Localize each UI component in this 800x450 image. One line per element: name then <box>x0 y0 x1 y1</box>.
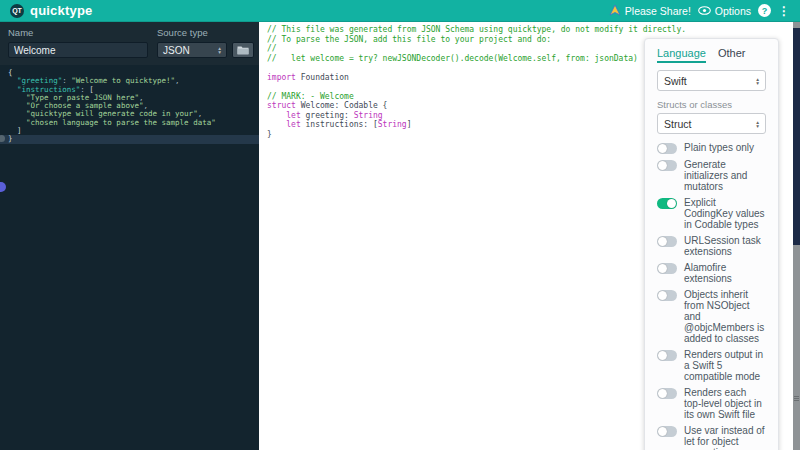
open-file-button[interactable] <box>232 42 254 58</box>
editor-marker-dot <box>0 182 6 192</box>
share-button[interactable]: Please Share! <box>609 5 691 17</box>
toggle-label: Use var instead of let for object proper… <box>684 425 766 450</box>
toggle-option[interactable]: Objects inherit from NSObject and @objcM… <box>657 289 766 344</box>
kebab-menu-icon[interactable]: ⋮ <box>778 5 790 17</box>
toggle-label: Renders output in a Swift 5 compatible m… <box>684 349 766 382</box>
eye-icon <box>698 6 711 15</box>
toggle-label: Renders each top-level object in its own… <box>684 387 766 420</box>
toggle-option[interactable]: Generate initializers and mutators <box>657 159 766 192</box>
toggle-switch[interactable] <box>657 388 677 399</box>
toggle-option[interactable]: Renders each top-level object in its own… <box>657 387 766 420</box>
app-title: quicktype <box>30 3 92 18</box>
chevron-updown-icon: ▴▾ <box>756 77 759 85</box>
code-line: } <box>0 135 259 143</box>
options-button[interactable]: Options <box>698 5 751 17</box>
paper-plane-icon <box>609 5 621 16</box>
scrollbar-thumb[interactable] <box>793 28 800 245</box>
share-label: Please Share! <box>625 5 691 17</box>
options-label: Options <box>715 5 751 17</box>
toggle-option[interactable]: Explicit CodingKey values in Codable typ… <box>657 197 766 230</box>
code-line: ] <box>0 127 259 135</box>
toggle-option[interactable]: URLSession task extensions <box>657 235 766 257</box>
options-card: Language Other Swift ▴▾ Structs or class… <box>644 38 779 450</box>
source-form: Name Source type JSON ▴▾ <box>0 22 259 65</box>
folder-icon <box>237 45 249 55</box>
scrollbar-grip <box>794 396 799 402</box>
name-label: Name <box>8 27 148 38</box>
toggle-switch[interactable] <box>657 236 677 247</box>
chevron-updown-icon: ▴▾ <box>756 120 759 128</box>
toggle-option[interactable]: Renders output in a Swift 5 compatible m… <box>657 349 766 382</box>
toggle-switch[interactable] <box>657 350 677 361</box>
json-source-editor[interactable]: { "greeting": "Welcome to quicktype!", "… <box>0 65 259 144</box>
toggle-option[interactable]: Alamofire extensions <box>657 262 766 284</box>
toggle-switch[interactable] <box>657 426 677 437</box>
source-type-label: Source type <box>157 27 254 38</box>
toggle-label: URLSession task extensions <box>684 235 766 257</box>
app-header: QT quicktype Please Share! Options ? ⋮ <box>0 0 800 22</box>
name-input[interactable] <box>8 42 148 58</box>
source-type-select[interactable]: JSON ▴▾ <box>157 42 227 58</box>
help-button[interactable]: ? <box>758 4 771 17</box>
toggle-switch[interactable] <box>657 143 677 154</box>
chevron-updown-icon: ▴▾ <box>218 46 221 54</box>
toggle-switch[interactable] <box>657 263 677 274</box>
toggle-label: Alamofire extensions <box>684 262 766 284</box>
language-select[interactable]: Swift ▴▾ <box>657 70 766 91</box>
code-line: // This file was generated from JSON Sch… <box>267 25 793 35</box>
quicktype-logo-icon: QT <box>10 4 24 18</box>
source-panel: Name Source type JSON ▴▾ { "greeting": "… <box>0 22 259 450</box>
toggle-switch[interactable] <box>657 290 677 301</box>
toggle-switch[interactable] <box>657 198 677 209</box>
language-value: Swift <box>664 75 687 87</box>
toggle-label: Explicit CodingKey values in Codable typ… <box>684 197 766 230</box>
structs-value: Struct <box>664 118 691 130</box>
toggle-label: Objects inherit from NSObject and @objcM… <box>684 289 766 344</box>
structs-or-classes-select[interactable]: Struct ▴▾ <box>657 113 766 134</box>
toggle-option[interactable]: Plain types only <box>657 142 766 154</box>
toggle-label: Generate initializers and mutators <box>684 159 766 192</box>
options-tabs: Language Other <box>657 47 766 63</box>
scrollbar-track[interactable] <box>793 22 800 450</box>
tab-other[interactable]: Other <box>718 47 746 63</box>
toggle-options-list: Plain types onlyGenerate initializers an… <box>657 142 766 450</box>
source-type-value: JSON <box>163 45 190 56</box>
tab-language[interactable]: Language <box>657 47 706 63</box>
structs-or-classes-label: Structs or classes <box>657 99 766 110</box>
code-line: "chosen language to parse the sample dat… <box>0 119 259 127</box>
toggle-switch[interactable] <box>657 160 677 171</box>
toggle-label: Plain types only <box>684 142 754 153</box>
toggle-option[interactable]: Use var instead of let for object proper… <box>657 425 766 450</box>
